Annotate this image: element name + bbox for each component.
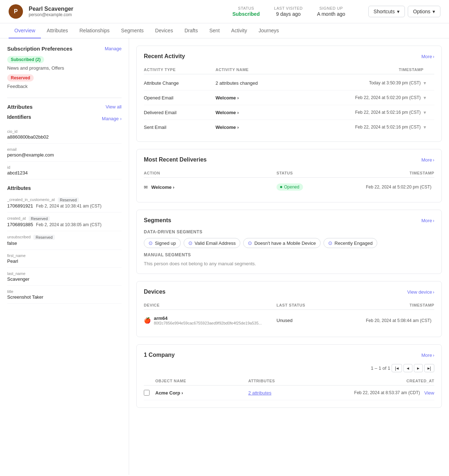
segment-tag-recently-engaged[interactable]: ⊙ Recently Engaged [323,238,377,248]
segments-more-link[interactable]: More › [421,218,434,223]
chevron-right-icon: › [433,218,434,223]
segment-tag-valid-email[interactable]: ⊙ Valid Email Address [184,238,241,248]
activity-row: Opened Email Welcome › Feb 22, 2024 at 5… [144,90,434,105]
divider [7,98,122,98]
segment-icon: ⊙ [188,240,193,246]
activity-timestamp: Feb 22, 2024 at 5:02:20 pm (CST) [330,95,424,100]
unsubscribed-attr-badge: Reserved [33,235,55,240]
company-view-link[interactable]: View [424,390,434,396]
status-label: STATUS [232,6,260,10]
attributes-sub-title: Attributes [7,185,122,191]
activity-type: Opened Email [144,95,216,101]
delivery-timestamp: Feb 22, 2024 at 5:02:20 pm (CST) [334,185,434,190]
last-visited-item: LAST VISITED 9 days ago [274,6,303,17]
devices-card: Devices View device › DEVICE LAST STATUS… [136,281,442,337]
cio-id-label: cio_id [7,129,122,134]
created-in-label-row: _created_in_customerio_at Reserved [7,197,122,202]
tab-journeys[interactable]: Journeys [253,23,285,38]
delivery-status: Opened [277,183,334,191]
tab-attributes[interactable]: Attributes [41,23,74,38]
company-more-link[interactable]: More › [421,353,434,358]
activity-row: Delivered Email Welcome › Feb 22, 2024 a… [144,105,434,120]
device-row: 🍎 arm64 80f2c7856e994e59cac6755923aed9f9… [144,311,434,330]
shortcuts-button[interactable]: Shortcuts ▾ [368,6,405,17]
chevron-down-icon[interactable]: ▾ [424,80,434,86]
recent-activity-header: Recent Activity More › [144,53,434,60]
segment-tag-no-mobile[interactable]: ⊙ Doesn't have a Mobile Device [243,238,321,248]
identifiers-title: Identifiers [7,114,31,120]
tab-overview[interactable]: Overview [9,23,41,38]
apple-icon: 🍎 [144,317,151,324]
segment-tag-label: Doesn't have a Mobile Device [254,241,316,246]
user-name: Pearl Scavenger [29,6,74,12]
company-checkbox[interactable] [144,390,150,396]
device-details: arm64 80f2c7856e994e59cac6755923aed9f92b… [154,316,262,325]
deliveries-more-link[interactable]: More › [421,157,434,163]
tab-activity[interactable]: Activity [226,23,253,38]
subscription-header: Subscription Preferences Manage [7,46,122,52]
id-attr: id abcd1234 [7,162,122,179]
signed-up-item: SIGNED UP A month ago [317,6,345,17]
view-device-link[interactable]: View device › [407,289,434,295]
company-card: 1 Company More › 1 – 1 of 1 |◂ ◂ ▸ ▸| OB… [136,344,442,408]
attributes-section: Attributes View all Identifiers Manage ›… [7,104,122,304]
more-label: More [421,353,432,358]
created-at-date: Feb 2, 2024 at 10:38:05 am (CST) [36,222,101,227]
unsubscribed-items: Feedback [7,84,122,89]
prev-page-button[interactable]: ◂ [403,364,412,372]
activity-row: Attribute Change 2 attributes changed To… [144,76,434,90]
segment-tag-signed-up[interactable]: ⊙ Signed up [144,238,181,248]
deliveries-header: Most Recent Deliveries More › [144,157,434,163]
first-page-button[interactable]: |◂ [392,364,402,372]
col-type-header: ACTIVITY TYPE [144,67,216,72]
recent-activity-more-link[interactable]: More › [421,54,434,59]
last-page-button[interactable]: ▸| [424,364,434,372]
chevron-down-icon[interactable]: ▾ [424,109,434,115]
chevron-down-icon[interactable]: ▾ [424,95,434,101]
status-value: Subscribed [232,11,260,17]
segment-tags: ⊙ Signed up ⊙ Valid Email Address ⊙ Does… [144,238,434,248]
first-name-value: Pearl [7,258,122,264]
next-page-button[interactable]: ▸ [414,364,423,372]
segments-card: Segments More › Data-driven Segments ⊙ S… [136,210,442,274]
delivery-action-link[interactable]: Welcome › [151,185,175,190]
tab-sent[interactable]: Sent [204,23,226,38]
activity-name: Welcome › [216,95,330,101]
company-name-link[interactable]: Acme Corp › [155,390,248,396]
device-info: 🍎 arm64 80f2c7856e994e59cac6755923aed9f9… [144,316,277,325]
user-email: person@example.com [29,12,74,17]
activity-table-header: ACTIVITY TYPE ACTIVITY NAME TIMESTAMP [144,65,434,74]
chevron-down-icon[interactable]: ▾ [424,124,434,130]
tab-segments[interactable]: Segments [115,23,150,38]
company-attributes-link[interactable]: 2 attributes [248,390,341,396]
activity-row: Sent Email Welcome › Feb 22, 2024 at 5:0… [144,120,434,134]
company-table-header: OBJECT NAME ATTRIBUTES CREATED_AT [144,377,434,386]
first-name-attr: first_name Pearl [7,250,122,268]
subscription-manage-link[interactable]: Manage [105,46,122,51]
subscription-title: Subscription Preferences [7,46,72,52]
col-attributes-header: ATTRIBUTES [248,379,341,383]
deliveries-table-header: ACTION STATUS TIMESTAMP [144,169,434,178]
company-title: 1 Company [144,352,175,358]
created-at-label-row: created_at Reserved [7,216,122,221]
header: P Pearl Scavenger person@example.com STA… [0,0,449,23]
created-in-value-row: 1706891921 Feb 2, 2024 at 10:38:41 am (C… [7,203,122,209]
segment-tag-label: Signed up [155,241,176,246]
last-name-attr: last_name Scavenger [7,268,122,286]
options-button[interactable]: Options ▾ [408,6,440,17]
deliveries-title: Most Recent Deliveries [144,157,207,163]
last-name-value: Scavenger [7,276,122,282]
view-all-link[interactable]: View all [105,104,122,109]
recent-activity-card: Recent Activity More › ACTIVITY TYPE ACT… [136,46,442,142]
nav-tabs: Overview Attributes Relationships Segmen… [0,23,449,38]
no-manual-segments-text: This person does not belong to any manua… [144,261,434,266]
col-action-header: ACTION [144,171,277,175]
tab-relationships[interactable]: Relationships [74,23,115,38]
title-label: title [7,289,122,294]
manual-segments-label: Manual Segments [144,252,434,257]
unsubscribed-badge: Reserved [7,74,34,81]
tab-drafts[interactable]: Drafts [179,23,203,38]
tab-devices[interactable]: Devices [150,23,179,38]
activity-timestamp: Feb 22, 2024 at 5:02:16 pm (CST) [330,125,424,130]
manage-identifiers-link[interactable]: Manage › [102,116,122,121]
